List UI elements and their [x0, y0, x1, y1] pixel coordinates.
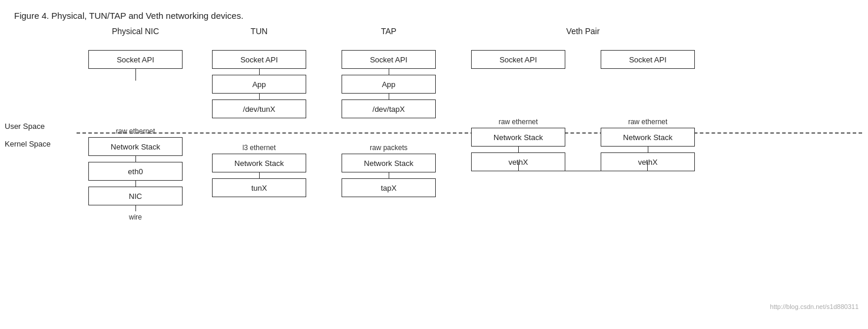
- col-veth2: Socket API raw ethernet Network Stack ve…: [583, 44, 713, 171]
- tap-vline-1: [389, 69, 389, 75]
- tun-vline-2: [259, 94, 260, 99]
- tap-spacer: [342, 118, 436, 142]
- veth2-network-stack: Network Stack: [601, 128, 695, 147]
- col-tap: TAP Socket API App /dev/tapX raw packets…: [324, 26, 453, 223]
- physical-socket-api: Socket API: [88, 50, 183, 69]
- veth2-spacer: [601, 69, 695, 116]
- tun-dev: /dev/tunX: [212, 99, 306, 118]
- tun-tunx: tunX: [212, 178, 306, 197]
- tun-app: App: [212, 75, 306, 94]
- figure-caption: Figure 4. Physical, TUN/TAP and Veth net…: [0, 0, 868, 26]
- physical-network-stack: Network Stack: [88, 137, 183, 156]
- col-tun-title: TUN: [251, 26, 268, 39]
- tun-socket-api: Socket API: [212, 50, 306, 69]
- physical-vline-1: [135, 69, 136, 81]
- watermark: http://blog.csdn.net/s1d880311: [770, 303, 859, 310]
- physical-vline-2: [135, 156, 136, 162]
- veth1-vline-1: [518, 147, 519, 152]
- tun-l3-ethernet-label: l3 ethernet: [212, 142, 306, 154]
- label-kernel-space: Kernel Space: [5, 139, 51, 148]
- tun-vline-1: [259, 69, 260, 75]
- tap-network-stack: Network Stack: [342, 154, 436, 172]
- col-tun: TUN Socket API App /dev/tunX l3 ethernet…: [194, 26, 324, 223]
- veth1-socket-api: Socket API: [471, 50, 565, 69]
- col-veth1: Socket API raw ethernet Network Stack ve…: [453, 44, 583, 171]
- tun-vline-3: [259, 172, 260, 178]
- physical-spacer-1: [88, 81, 183, 125]
- physical-vline-4: [135, 205, 136, 211]
- veth1-network-stack: Network Stack: [471, 128, 565, 147]
- tap-app: App: [342, 75, 436, 94]
- tap-raw-packets-label: raw packets: [342, 142, 436, 154]
- veth-bracket: [518, 162, 648, 171]
- veth1-spacer: [471, 69, 565, 116]
- tap-tapx: tapX: [342, 178, 436, 197]
- veth2-raw-ethernet-label: raw ethernet: [601, 116, 695, 128]
- diagram-area: User Space Kernel Space Physical NIC Soc…: [0, 26, 868, 315]
- columns-container: Physical NIC Socket API raw ethernet Net…: [77, 26, 854, 223]
- tap-vline-2: [389, 94, 389, 99]
- tun-spacer: [212, 118, 306, 142]
- veth2-vline-1: [648, 147, 648, 152]
- physical-nic: NIC: [88, 187, 183, 205]
- veth2-socket-api: Socket API: [601, 50, 695, 69]
- col-veth-group: Veth Pair Socket API raw ethernet Networ…: [453, 26, 713, 223]
- physical-vline-3: [135, 181, 136, 187]
- col-physical-title: Physical NIC: [112, 26, 159, 39]
- physical-wire-label: wire: [88, 211, 183, 223]
- veth1-raw-ethernet-label: raw ethernet: [471, 116, 565, 128]
- col-tap-title: TAP: [381, 26, 396, 39]
- tap-vline-3: [389, 172, 389, 178]
- physical-raw-ethernet-label: raw ethernet: [88, 125, 183, 137]
- label-user-space: User Space: [5, 122, 45, 131]
- physical-eth0: eth0: [88, 162, 183, 181]
- tap-dev: /dev/tapX: [342, 99, 436, 118]
- tun-network-stack: Network Stack: [212, 154, 306, 172]
- col-veth-title: Veth Pair: [453, 26, 713, 39]
- tap-socket-api: Socket API: [342, 50, 436, 69]
- col-physical: Physical NIC Socket API raw ethernet Net…: [77, 26, 194, 223]
